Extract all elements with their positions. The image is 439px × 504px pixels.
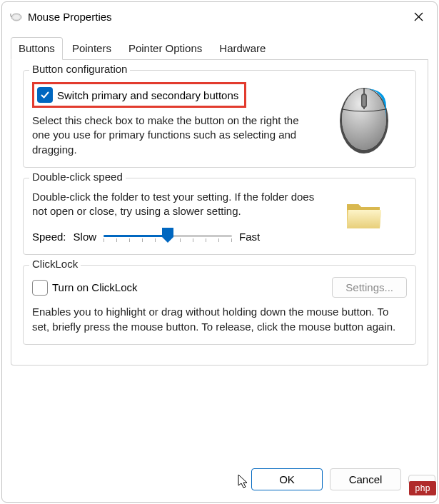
group-clicklock: ClickLock Turn on ClickLock Settings... … — [23, 265, 416, 345]
speed-label: Speed: — [32, 231, 66, 243]
group-double-click-speed: Double-click speed Double-click the fold… — [23, 178, 416, 256]
button-config-description: Select this check box to make the button… — [32, 114, 316, 157]
group-title-double-click: Double-click speed — [29, 171, 126, 183]
clicklock-description: Enables you to highlight or drag without… — [32, 305, 407, 334]
tab-row: Buttons Pointers Pointer Options Hardwar… — [11, 36, 428, 60]
tab-hardware[interactable]: Hardware — [211, 37, 273, 60]
switch-buttons-label: Switch primary and secondary buttons — [57, 89, 238, 101]
slow-label: Slow — [74, 231, 97, 243]
titlebar: Mouse Properties — [2, 2, 437, 31]
window-title: Mouse Properties — [28, 11, 403, 23]
switch-buttons-checkbox[interactable] — [37, 87, 53, 103]
clicklock-checkbox[interactable] — [32, 280, 48, 296]
folder-test-area[interactable] — [321, 186, 407, 245]
tab-buttons[interactable]: Buttons — [11, 37, 63, 60]
folder-icon — [344, 197, 384, 233]
tab-pointer-options[interactable]: Pointer Options — [121, 37, 210, 60]
tab-content-buttons: Button configuration Switch primary and … — [11, 60, 428, 366]
tabs-area: Buttons Pointers Pointer Options Hardwar… — [2, 31, 437, 366]
mouse-app-icon — [8, 11, 24, 22]
fast-label: Fast — [239, 231, 260, 243]
mouse-preview — [321, 78, 407, 157]
double-click-description: Double-click the folder to test your set… — [32, 190, 316, 219]
close-button[interactable] — [403, 5, 434, 28]
group-title-button-configuration: Button configuration — [29, 63, 130, 75]
slider-thumb[interactable] — [161, 227, 174, 246]
group-button-configuration: Button configuration Switch primary and … — [23, 70, 416, 168]
speed-row: Speed: Slow — [32, 228, 316, 244]
clicklock-settings-button: Settings... — [332, 277, 407, 298]
mouse-properties-window: Mouse Properties Buttons Pointers Pointe… — [1, 1, 438, 503]
svg-rect-8 — [363, 95, 366, 106]
clicklock-label: Turn on ClickLock — [52, 281, 138, 293]
cursor-icon — [238, 474, 251, 493]
ok-button[interactable]: OK — [251, 468, 323, 490]
tab-pointers[interactable]: Pointers — [64, 37, 119, 60]
close-icon — [414, 12, 423, 21]
svg-point-1 — [13, 15, 20, 20]
mouse-icon — [332, 78, 396, 156]
dialog-button-row: OK Cancel — [2, 458, 437, 502]
cancel-button[interactable]: Cancel — [330, 468, 401, 490]
double-click-slider[interactable] — [104, 228, 232, 244]
watermark: php — [409, 481, 436, 495]
highlight-switch-buttons: Switch primary and secondary buttons — [32, 82, 246, 108]
group-title-clicklock: ClickLock — [29, 258, 81, 270]
checkmark-icon — [40, 90, 50, 100]
